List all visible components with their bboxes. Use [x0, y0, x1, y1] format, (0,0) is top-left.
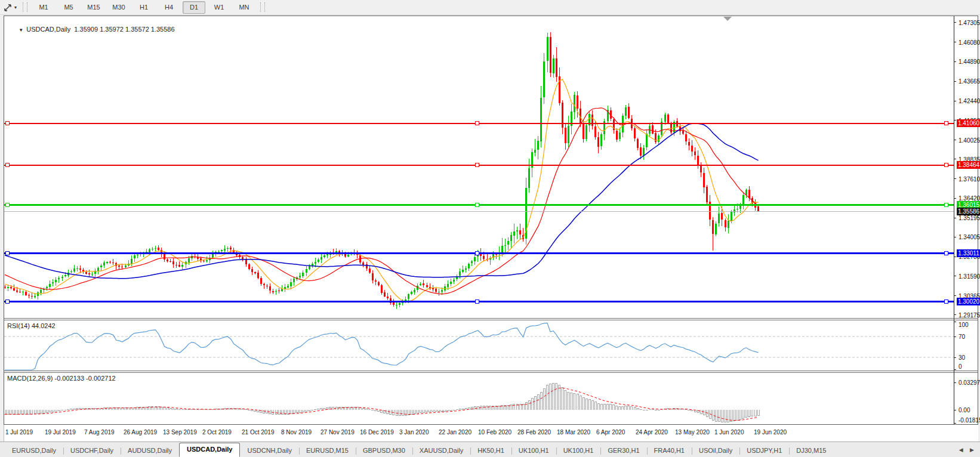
timeframe-toolbar: ▾ M1M5M15M30H1H4D1W1MN: [0, 0, 980, 15]
chart-tab-usdjpy-h1[interactable]: USDJPY,H1: [739, 445, 789, 457]
current-price-tag: 1.35586: [957, 208, 980, 215]
price-axis-tick: 1.43665: [959, 78, 980, 85]
chart-tabs-bar: EURUSD,DailyUSDCHF,DailyAUDUSD,DailyUSDC…: [0, 441, 980, 457]
rsi-axis-tick: 30: [959, 354, 980, 361]
rsi-pane: [4, 323, 954, 370]
timeframe-button-m30[interactable]: M30: [107, 1, 130, 14]
date-axis-tick: 1 Jun 2020: [714, 429, 744, 436]
date-axis-tick: 22 Jan 2020: [439, 429, 471, 436]
line-handle[interactable]: [475, 251, 479, 255]
moving-average-mid: [5, 108, 759, 294]
chart-tab-usdcnh-daily[interactable]: USDCNH,Daily: [240, 445, 299, 457]
timeframe-button-m1[interactable]: M1: [32, 1, 55, 14]
date-axis-tick: 8 Nov 2019: [281, 429, 312, 436]
line-handle[interactable]: [944, 251, 948, 255]
chart-tab-hk50-h1[interactable]: HK50,H1: [470, 445, 511, 457]
chart-tab-xauusd-daily[interactable]: XAUUSD,Daily: [412, 445, 470, 457]
chart-tab-gbpusd-m30[interactable]: GBPUSD,M30: [356, 445, 412, 457]
line-handle[interactable]: [475, 122, 479, 125]
chart-shift-marker[interactable]: [723, 17, 732, 21]
timeframe-button-w1[interactable]: W1: [208, 1, 230, 14]
chart-tab-audusd-daily[interactable]: AUDUSD,Daily: [121, 445, 179, 457]
chart-tab-usdchf-daily[interactable]: USDCHF,Daily: [63, 445, 121, 457]
price-axis-tick: 1.34005: [959, 234, 980, 240]
cursor-tool-icon[interactable]: [2, 2, 13, 12]
date-axis-tick: 21 Oct 2019: [242, 429, 274, 436]
tab-scroll-left-icon[interactable]: ◀: [959, 447, 963, 453]
date-axis-tick: 10 Feb 2020: [478, 429, 511, 436]
rsi-axis-tick: 100: [959, 322, 980, 328]
chart-window[interactable]: ▼USDCAD,Daily 1.35909 1.35972 1.35572 1.…: [4, 16, 978, 425]
bearish-candle-wicks: [5, 32, 759, 307]
rsi-indicator-label: RSI(14) 44.0242: [7, 322, 56, 329]
tab-scroll-arrows: ◀ ▶: [954, 447, 974, 453]
timeframe-button-h4[interactable]: H4: [158, 1, 180, 14]
chart-tab-dj30-m15[interactable]: DJ30,M15: [789, 445, 833, 457]
line-handle[interactable]: [475, 163, 479, 167]
chart-tab-uk100-h1[interactable]: UK100,H1: [556, 445, 601, 457]
date-axis-tick: 3 Jan 2020: [399, 429, 429, 436]
chart-title: ▼USDCAD,Daily 1.35909 1.35972 1.35572 1.…: [8, 18, 175, 40]
price-axis-tick: 1.42440: [959, 98, 980, 104]
line-handle[interactable]: [475, 299, 479, 303]
toolbar-grip: [23, 2, 27, 12]
price-axis-tick: 1.40025: [959, 137, 980, 144]
macd-axis-tick: 0.00: [959, 407, 980, 413]
date-axis-tick: 18 Mar 2020: [557, 429, 590, 436]
macd-indicator-label: MACD(12,26,9) -0.002133 -0.002712: [7, 375, 116, 382]
timeframe-button-mn[interactable]: MN: [233, 1, 255, 14]
macd-axis-tick: -0.018154: [959, 417, 980, 424]
line-handle[interactable]: [944, 163, 948, 167]
date-axis-tick: 26 Aug 2019: [124, 429, 157, 436]
chart-tab-eurusd-daily[interactable]: EURUSD,Daily: [5, 445, 63, 457]
date-axis-tick: 19 Jul 2019: [45, 429, 76, 436]
date-axis-tick: 19 Jun 2020: [754, 429, 787, 436]
timeframe-button-h1[interactable]: H1: [132, 1, 155, 14]
chart-tab-uk100-h1[interactable]: UK100,H1: [511, 445, 556, 457]
timeframe-button-m15[interactable]: M15: [82, 1, 105, 14]
line-handle[interactable]: [944, 122, 948, 125]
chart-tab-fra40-h1[interactable]: FRA40,H1: [647, 445, 692, 457]
chart-tab-usoil-daily[interactable]: USOil,Daily: [692, 445, 739, 457]
bullish-candle-wicks: [8, 33, 746, 310]
date-axis-tick: 24 Apr 2020: [636, 429, 668, 436]
chart-symbol-label: USDCAD,Daily: [26, 26, 70, 33]
macd-pane: [4, 383, 759, 422]
price-level-tag-1.38464: 1.38464: [957, 161, 980, 169]
rsi-axis-tick: 0: [959, 363, 980, 370]
rsi-line: [5, 323, 759, 370]
line-handle[interactable]: [475, 203, 479, 206]
timeframe-button-d1[interactable]: D1: [183, 1, 205, 14]
line-handle[interactable]: [944, 203, 948, 206]
price-axis-tick: 1.46080: [959, 39, 980, 46]
line-handle[interactable]: [5, 299, 9, 303]
chart-tab-eurusd-m15[interactable]: EURUSD,M15: [299, 445, 356, 457]
price-level-tag-1.41060: 1.41060: [957, 119, 980, 127]
price-axis-tick: 1.47305: [959, 20, 980, 26]
metatrader-window: ▾ M1M5M15M30H1H4D1W1MN ▼USDCAD,Daily 1.3…: [0, 0, 980, 457]
price-axis-tick: 1.35195: [959, 215, 980, 221]
line-handle[interactable]: [5, 251, 9, 255]
moving-average-slow: [5, 123, 759, 279]
date-axis-tick: 7 Aug 2019: [84, 429, 115, 436]
date-axis: 1 Jul 201919 Jul 20197 Aug 201926 Aug 20…: [4, 425, 978, 441]
date-axis-tick: 28 Feb 2020: [517, 429, 551, 436]
line-handle[interactable]: [5, 203, 9, 206]
price-axis-tick: 1.44890: [959, 58, 980, 65]
price-chart-canvas[interactable]: [4, 16, 978, 424]
price-level-tag-1.33011: 1.33011: [957, 249, 980, 257]
chart-tab-usdcad-daily[interactable]: USDCAD,Daily: [179, 443, 240, 457]
price-axis-tick: 1.29175: [959, 312, 980, 319]
main-price-pane: [4, 32, 759, 309]
date-axis-tick: 6 Apr 2020: [596, 429, 625, 436]
toolbar-grip: [260, 2, 265, 12]
cursor-tool-dropdown-icon[interactable]: ▾: [14, 5, 17, 10]
price-axis-tick: 1.31590: [959, 273, 980, 280]
line-handle[interactable]: [5, 163, 9, 167]
chart-tab-ger30-h1[interactable]: GER30,H1: [600, 445, 646, 457]
line-handle[interactable]: [5, 122, 9, 125]
line-handle[interactable]: [944, 299, 948, 303]
tab-scroll-right-icon[interactable]: ▶: [970, 447, 974, 453]
timeframe-button-m5[interactable]: M5: [57, 1, 80, 14]
date-axis-tick: 13 Sep 2019: [163, 429, 197, 436]
